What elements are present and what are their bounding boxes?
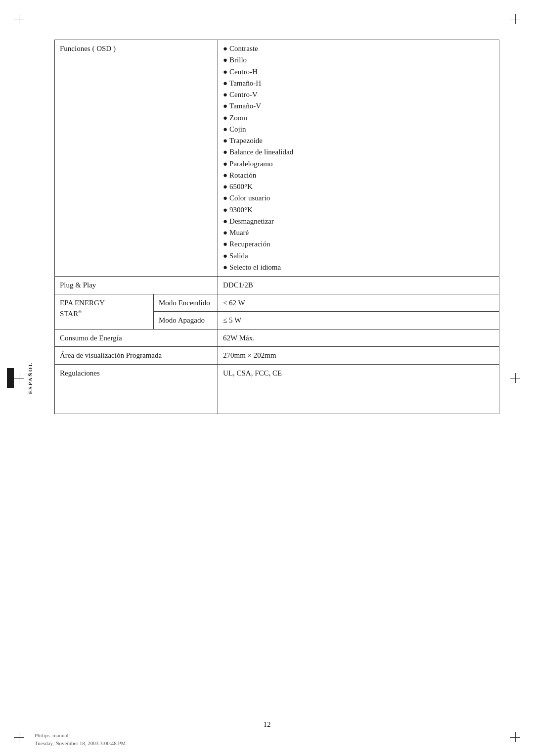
crosshair-bottom-right xyxy=(510,732,520,742)
funciones-label: Funciones ( OSD ) xyxy=(55,40,218,277)
consumo-label: Consumo de Energía xyxy=(55,329,218,347)
crosshair-mid-right xyxy=(510,373,520,383)
table-row: Regulaciones UL, CSA, FCC, CE xyxy=(55,364,499,414)
list-item: Brillo xyxy=(223,54,494,66)
list-item: Zoom xyxy=(223,112,494,124)
osd-list: Contraste Brillo Centro-H Tamaño-H Centr… xyxy=(223,43,494,273)
modo-apagado-value: ≤ 5 W xyxy=(218,312,499,330)
list-item: Contraste xyxy=(223,43,494,54)
list-item: 9300°K xyxy=(223,204,494,216)
list-item: Trapezoide xyxy=(223,135,494,146)
spec-table: Funciones ( OSD ) Contraste Brillo Centr… xyxy=(54,40,499,414)
crosshair-top-left xyxy=(14,14,24,24)
list-item: Centro-V xyxy=(223,89,494,100)
doc-date: Tuesday, November 18, 2003 3:00:48 PM xyxy=(35,740,126,747)
list-item: Centro-H xyxy=(223,66,494,78)
consumo-value: 62W Máx. xyxy=(218,329,499,347)
regulaciones-value: UL, CSA, FCC, CE xyxy=(218,364,499,414)
list-item: Selecto el idioma xyxy=(223,262,494,273)
list-item: Salida xyxy=(223,250,494,262)
crosshair-bottom-left xyxy=(14,732,24,742)
area-label: Área de visualización Programada xyxy=(55,347,218,365)
page-number: 12 xyxy=(264,720,271,728)
table-row: Área de visualización Programada 270mm ×… xyxy=(55,347,499,365)
side-label: ESPAÑOL xyxy=(27,362,33,394)
plug-play-value: DDC1/2B xyxy=(218,277,499,294)
list-item: Cojín xyxy=(223,124,494,135)
doc-filename: Philips_manual_ xyxy=(35,732,126,739)
table-row: EPA ENERGYSTAR® Modo Encendido ≤ 62 W xyxy=(55,294,499,312)
crosshair-top-right xyxy=(510,14,520,24)
page-footer: 12 xyxy=(0,720,534,729)
doc-footer: Philips_manual_ Tuesday, November 18, 20… xyxy=(35,732,126,747)
list-item: 6500°K xyxy=(223,181,494,192)
list-item: Color usuario xyxy=(223,192,494,204)
main-content: Funciones ( OSD ) Contraste Brillo Centr… xyxy=(54,40,499,707)
list-item: Desmagnetizar xyxy=(223,216,494,227)
list-item: Paralelogramo xyxy=(223,158,494,170)
list-item: Rotación xyxy=(223,170,494,181)
osd-value: Contraste Brillo Centro-H Tamaño-H Centr… xyxy=(218,40,499,277)
side-label-bar xyxy=(7,368,14,388)
list-item: Muaré xyxy=(223,227,494,238)
crosshair-mid-left xyxy=(14,373,24,383)
regulaciones-label: Regulaciones xyxy=(55,364,218,414)
table-row: Plug & Play DDC1/2B xyxy=(55,277,499,294)
list-item: Tamaño-H xyxy=(223,78,494,89)
area-value: 270mm × 202mm xyxy=(218,347,499,365)
modo-apagado-label: Modo Apagado xyxy=(154,312,218,330)
epa-label: EPA ENERGYSTAR® xyxy=(55,294,154,329)
table-row: Funciones ( OSD ) Contraste Brillo Centr… xyxy=(55,40,499,277)
list-item: Recuperación xyxy=(223,238,494,250)
modo-encendido-label: Modo Encendido xyxy=(154,294,218,312)
modo-encendido-value: ≤ 62 W xyxy=(218,294,499,312)
list-item: Tamaño-V xyxy=(223,100,494,112)
table-row: Consumo de Energía 62W Máx. xyxy=(55,329,499,347)
list-item: Balance de linealidad xyxy=(223,146,494,158)
plug-play-label: Plug & Play xyxy=(55,277,218,294)
